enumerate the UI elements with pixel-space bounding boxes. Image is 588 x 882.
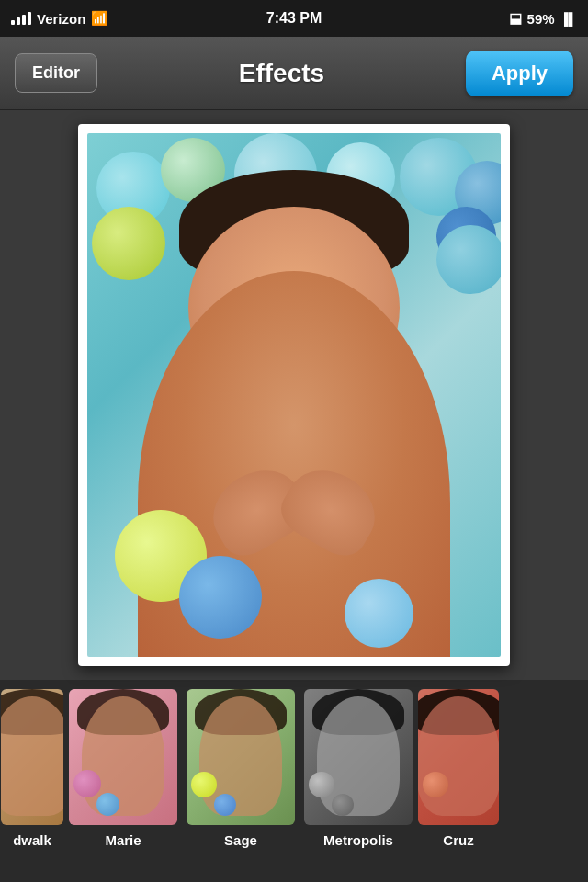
filter-item-cruz[interactable]: Cruz bbox=[417, 689, 500, 848]
main-photo-frame bbox=[78, 124, 510, 666]
filter-item-boardwalk[interactable]: dwalk bbox=[0, 689, 64, 848]
editor-button[interactable]: Editor bbox=[15, 53, 97, 93]
filter-label-boardwalk: dwalk bbox=[13, 832, 51, 848]
carrier-label: Verizon bbox=[37, 11, 85, 27]
battery-label: 59% bbox=[527, 11, 555, 27]
apply-button[interactable]: Apply bbox=[466, 51, 573, 96]
battery-icon: ▐▌ bbox=[560, 12, 577, 26]
filter-thumb-cruz bbox=[418, 689, 499, 825]
filter-label-cruz: Cruz bbox=[443, 832, 473, 848]
status-left: Verizon 📶 bbox=[11, 10, 108, 27]
filter-item-sage[interactable]: Sage bbox=[182, 689, 300, 848]
filter-label-metropolis: Metropolis bbox=[323, 832, 393, 848]
filter-thumb-sage bbox=[187, 689, 295, 825]
filter-thumb-marie bbox=[69, 689, 177, 825]
signal-icon bbox=[11, 12, 31, 25]
bluetooth-icon: ⬓ bbox=[509, 10, 522, 27]
status-time: 7:43 PM bbox=[266, 10, 322, 27]
baby-arm-right bbox=[273, 455, 390, 564]
main-photo bbox=[87, 133, 501, 657]
header-title: Effects bbox=[239, 59, 324, 88]
status-right: ⬓ 59% ▐▌ bbox=[509, 10, 577, 27]
filter-label-marie: Marie bbox=[105, 832, 141, 848]
photo-canvas bbox=[87, 133, 501, 657]
main-image-container bbox=[0, 110, 588, 680]
status-bar: Verizon 📶 7:43 PM ⬓ 59% ▐▌ bbox=[0, 0, 588, 37]
filter-label-sage: Sage bbox=[224, 832, 257, 848]
filter-thumb-boardwalk bbox=[1, 689, 63, 825]
wifi-icon: 📶 bbox=[91, 10, 108, 27]
header: Editor Effects Apply bbox=[0, 37, 588, 110]
filter-thumb-metropolis bbox=[304, 689, 413, 825]
filter-item-marie[interactable]: Marie bbox=[64, 689, 182, 848]
filter-strip: dwalk Marie Sage bbox=[0, 680, 588, 882]
filter-item-metropolis[interactable]: Metropolis bbox=[300, 689, 417, 848]
